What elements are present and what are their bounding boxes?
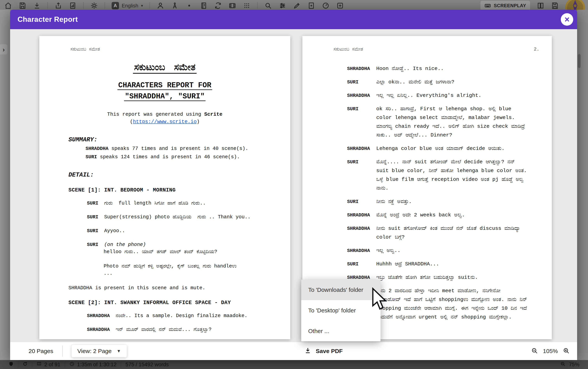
scenes-icon[interactable] [228, 2, 236, 10]
scrite-link-line: (https://www.scrite.io) [39, 119, 290, 125]
dialogue-block: SHRADDHAಇನ್ ಮೂರ್ ವಾರದಲ್ಲಿ ನನ್ ಮದುವೆ... ಗ… [87, 326, 283, 333]
statusbar-separator [121, 362, 121, 368]
scrite-link[interactable]: https://www.scrite.io [133, 119, 197, 125]
dialogue-block: SURI(on the phone) helloo ಗುರು.. ಯಾವ್ ತಗ… [87, 241, 283, 277]
dialog-title: Character Report [18, 15, 78, 23]
grid-icon[interactable] [243, 2, 251, 10]
dialogue-block: SURIನೀನು ನಕ್ದೆ ಅವತ್ತು. [302, 197, 552, 206]
expand-panel-button[interactable]: › [0, 44, 7, 54]
character-name: SHRADDHA [347, 144, 376, 153]
save-pdf-button[interactable]: Save PDF [305, 342, 343, 360]
statusbar-separator [32, 362, 32, 368]
screenplay-tab[interactable]: SCREENPLAY [480, 1, 530, 10]
menu-item-other[interactable]: Other ... [301, 321, 381, 341]
dialogue-text: ನೀನು suit ತಗೋಳೋದ್ ಕಿಂತ ಮುಂಚೆ ನನ್ ಜೊತೆ di… [376, 224, 528, 242]
zoom-out-icon[interactable] [531, 348, 538, 355]
dialogue-text: Photo ನಮ್ ಹುಡ್ಗಿಗೆ ಕಳ್ಸಿ ಅಷ್ಟರಲ್ಲೇ, ಕೈಗ್… [104, 263, 283, 270]
dialogue-text: ನಾನು 2 ವಾರದಿಂದ ಹೇಳ್ತಾ ಇದೀನಿ meet ಮಾಡೋಣ, … [376, 287, 528, 322]
sync-icon[interactable] [214, 2, 222, 10]
scrollbar-thumb[interactable] [578, 54, 581, 68]
summary-line: SURI speaks 124 times and is present in … [86, 154, 290, 160]
dialogue-block: SHRADDHALehenga color blue ಅಂತ ಯಾವಾಗ್ de… [302, 144, 552, 153]
zoom-out-icon[interactable] [560, 361, 566, 368]
shield-icon[interactable] [9, 361, 14, 368]
save-destination-menu: To 'Downloads' folder To 'Desktop' folde… [301, 280, 381, 341]
settings-icon[interactable] [90, 2, 98, 10]
dialogue-block: SHRADDHAಇಲ್ಲ ಇಲ್ಲ ಏನಿಲ್ಲ.. Everything's … [302, 91, 552, 100]
character-name: SURI [87, 228, 98, 234]
split-view-icon[interactable] [537, 2, 545, 10]
word-count: 575 / 15492 words [125, 362, 169, 368]
clock-icon [69, 361, 74, 368]
chevron-down-icon: ▾ [141, 3, 143, 8]
caret-down-icon: ▼ [117, 348, 121, 354]
statusbar-separator [65, 362, 65, 368]
dialogue-text: ಮೊನ್ನೆ.... ನಾನ್ suit ತಗೋಂಡ್ ಮೇಲೆ decide … [376, 158, 528, 193]
scene-heading: SCENE [2]: INT. SWANKY INFORMAL OFFICE S… [68, 300, 290, 306]
character-icon[interactable] [156, 2, 164, 10]
scene-heading: SCENE [1]: INT. BEDROOM - MORNING [68, 187, 290, 193]
edit-icon[interactable] [293, 2, 301, 10]
summary-heading: SUMMARY: [68, 136, 290, 143]
search-icon[interactable] [264, 2, 272, 10]
gauge-icon[interactable] [322, 2, 330, 10]
notebook-icon[interactable] [200, 2, 207, 10]
character-name: SHRADDHA [87, 327, 110, 332]
add-scene-icon[interactable] [307, 2, 315, 10]
dialogue-block: SURIok ಸರಿ.. ಹಾಗಾದ್ರೆ, First ಆ lehenga s… [302, 105, 552, 140]
filter-icon[interactable] [279, 2, 286, 10]
dialogue-text: Ayyoo.. [104, 228, 125, 234]
report-page-1: ಸಕುಟುಂಬ ಸಮೇತ ಸಕುಟುಂಬ ಸಮೇತ CHARACTERS REP… [39, 36, 290, 339]
toolbar-separator [47, 2, 48, 9]
dialogue-text: Huhhh ಆದ್ರೆ SHRADDHA... [376, 260, 528, 268]
refresh-icon[interactable] [22, 361, 28, 368]
page-number: 2. [534, 47, 539, 52]
save-pdf-label: Save PDF [316, 348, 343, 354]
character-name: SURI [347, 158, 376, 193]
toolbar-separator [257, 2, 258, 9]
toolbar-separator [105, 2, 105, 9]
share-icon[interactable] [54, 2, 62, 10]
preview-zoom-level: 105% [543, 348, 558, 354]
page-count-label: 20 Pages [29, 348, 53, 354]
download-icon[interactable] [33, 2, 41, 10]
character-name: SURI [347, 78, 376, 86]
add-box-icon[interactable] [336, 2, 344, 10]
character-name: SHRADDHA [347, 64, 376, 73]
dialogue-text: ನೀನು ನಕ್ದೆ ಅವತ್ತು. [376, 197, 528, 206]
save-alt-icon[interactable] [551, 2, 559, 10]
menu-item-desktop-folder[interactable]: To 'Desktop' folder [301, 300, 381, 321]
close-button[interactable]: × [561, 13, 573, 26]
home-icon[interactable] [4, 2, 12, 10]
preview-zoom-controls: 105% [531, 342, 569, 360]
dialogue-text: ... [104, 270, 283, 277]
scene-note: SHRADDHA is present in this scene and is… [68, 285, 290, 291]
statusbar-separator [18, 362, 18, 368]
zoom-in-icon[interactable] [563, 348, 569, 355]
language-label: English [122, 3, 138, 9]
dialog-bottom-bar: 20 Pages View: 2 Page ▼ Save PDF 105% [10, 342, 577, 360]
menu-item-downloads-folder[interactable]: To 'Downloads' folder [301, 280, 381, 300]
report-subtitle-2: "SHRADDHA", "SURI" [39, 92, 290, 101]
language-selector[interactable]: A English ▾ [112, 2, 143, 9]
dialogue-block: SURIಎಲ್ಲಾ okನಾ.. ಮನೇಲಿ ಮತ್ತೆ ಜಗಳಾನಾ? [302, 78, 552, 86]
screenplay-tab-label: SCREENPLAY [494, 3, 526, 8]
dialogue-block: SURIAyyoo.. [87, 227, 283, 235]
time-progress: 1:35m of 1:30:12 [77, 362, 117, 368]
reports-icon[interactable] [69, 2, 77, 10]
dialogue-block: SHRADDHAನೀನು suit ತಗೋಳೋದ್ ಕಿಂತ ಮುಂಚೆ ನನ್… [302, 224, 552, 242]
dialogue-text: ok ಸರಿ.. ಹಾಗಾದ್ರೆ, First ಆ lehenga shop.… [376, 105, 528, 140]
dot-icon [185, 2, 193, 10]
dialogue-block: SHRADDHAHoon ನೋಡ್ದೆ.. Its nice.. [302, 64, 552, 73]
dialogue-block: SURIHuhhh ಆದ್ರೆ SHRADDHA... [302, 260, 552, 268]
dialogue-block: SHRADDHAನಂದೇ.. Its a sample. Design fina… [87, 312, 283, 319]
toolbar-separator [83, 2, 84, 9]
structure-icon[interactable] [171, 2, 179, 10]
detail-heading: DETAIL: [68, 172, 290, 178]
character-report-dialog: Character Report × ಸಕುಟುಂಬ ಸಮೇತ ಸಕುಟುಂಬ … [10, 10, 577, 360]
left-dock [0, 10, 10, 360]
dialogue-text: ಮೊನ್ನೆ ಅಂದ್ರೆ ಅದೇ 2 weeks back ಅಲ್ವ. [376, 211, 528, 219]
book-icon [37, 361, 41, 368]
view-mode-dropdown[interactable]: View: 2 Page ▼ [72, 345, 127, 357]
save-icon[interactable] [19, 2, 26, 10]
